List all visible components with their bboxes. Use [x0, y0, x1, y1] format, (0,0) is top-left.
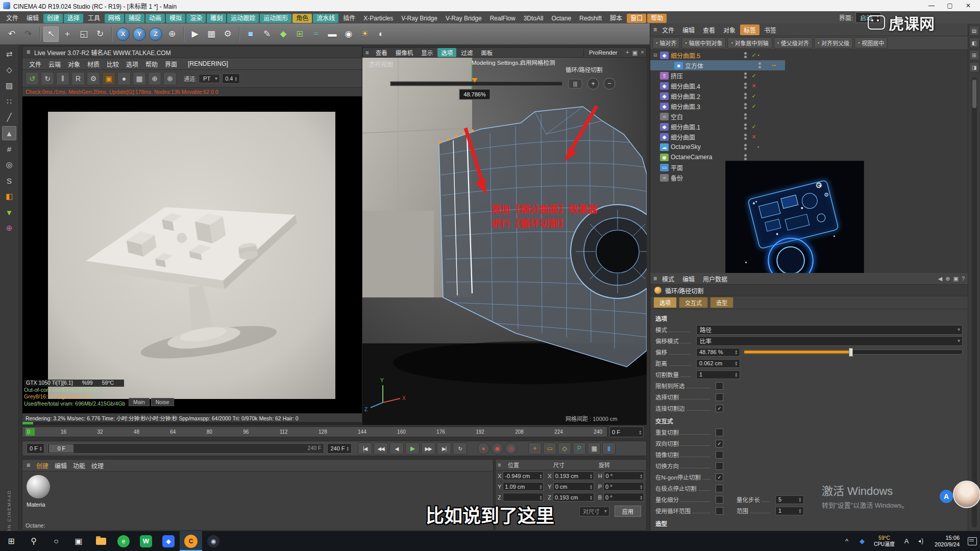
menu-item[interactable]: Octane: [548, 14, 575, 23]
render-region-icon[interactable]: ▦: [204, 27, 219, 42]
coordinate-input[interactable]: 0 cm▴▾: [553, 482, 594, 491]
pane-maximize-icon[interactable]: ▣: [632, 49, 638, 56]
record-button[interactable]: ●: [477, 442, 489, 455]
texture-mode-icon[interactable]: ▨: [2, 79, 16, 93]
material-thumbnail[interactable]: [27, 475, 50, 498]
live-viewer-titlebar[interactable]: ≡ Live Viewer 3.07-R2 辅名AE WWW.TALKAE.CO…: [22, 46, 362, 58]
undo-icon[interactable]: ↶: [4, 27, 19, 42]
render-pass-tab[interactable]: Main: [129, 398, 150, 406]
tree-row[interactable]: ⊟ ◆ 细分曲面.5 ✓ ▪: [650, 50, 771, 60]
menu-item[interactable]: 创建: [43, 14, 63, 23]
channel-dropdown[interactable]: PT: [199, 74, 220, 83]
coordinate-input[interactable]: 0.193 cm▴▾: [553, 471, 594, 480]
frame-range-slider[interactable]: 0 F 240 F: [47, 443, 324, 454]
menu-item[interactable]: 运动跟踪: [227, 14, 259, 23]
visibility-dots[interactable]: [743, 103, 748, 109]
enable-toggle[interactable]: ✓: [750, 72, 757, 79]
om-menu-item[interactable]: 标签: [740, 24, 760, 35]
frame-end-spinner[interactable]: 240 F▴▾: [327, 443, 352, 454]
menu-item[interactable]: 帮助: [647, 14, 667, 23]
camera-icon[interactable]: ◉: [341, 27, 356, 42]
taskbar-app[interactable]: ◉: [202, 531, 225, 551]
config-icon[interactable]: ◨: [969, 62, 979, 72]
viewport-menu-item[interactable]: 面板: [477, 48, 496, 57]
viewport-menu-item[interactable]: 显示: [418, 48, 436, 57]
om-menu-item[interactable]: 书签: [761, 24, 780, 35]
checkbox[interactable]: [716, 451, 723, 459]
lv-menu-item[interactable]: 材质: [84, 61, 103, 69]
frame-start-spinner[interactable]: 0 F▴▾: [27, 443, 44, 454]
object-name[interactable]: OctaneCamera: [671, 154, 743, 161]
timeline-panel-icon[interactable]: ▮: [602, 442, 616, 455]
viewport-menu-item[interactable]: 过滤: [457, 48, 476, 57]
paint-setup-icon[interactable]: ◧: [2, 189, 16, 204]
visibility-dots[interactable]: [743, 134, 748, 140]
reset-button[interactable]: R: [71, 72, 85, 85]
tree-row[interactable]: ⇧ 挤压 ✓: [650, 70, 771, 81]
search-icon[interactable]: ⚲: [22, 531, 45, 551]
enable-toggle[interactable]: ✕: [750, 83, 757, 89]
pause-icon[interactable]: ‖: [56, 72, 69, 85]
start-button[interactable]: ⊞: [0, 531, 22, 551]
key-parameter-icon[interactable]: P: [573, 442, 586, 455]
object-name[interactable]: 空白: [671, 112, 743, 121]
pick-material-icon[interactable]: ⊕: [163, 72, 177, 85]
checkbox[interactable]: [716, 393, 723, 401]
subdivision-generator-icon[interactable]: ◆: [276, 27, 291, 42]
spline-pen-icon[interactable]: ✎: [259, 27, 275, 42]
menu-item[interactable]: 流水线: [313, 14, 338, 23]
model-mode-icon[interactable]: ◇: [2, 63, 16, 77]
menu-item[interactable]: 模拟: [166, 14, 185, 23]
object-tags[interactable]: ▪▪: [772, 63, 785, 68]
object-name[interactable]: 细分曲面.5: [671, 51, 743, 60]
object-name[interactable]: OctaneSky: [671, 143, 743, 151]
display-mode-icon[interactable]: ◐: [374, 27, 389, 42]
light-icon[interactable]: ☀: [357, 27, 373, 42]
x-axis-button[interactable]: X: [116, 28, 130, 41]
pane-move-icon[interactable]: +: [626, 49, 629, 56]
hidden-icons-caret[interactable]: ^: [839, 531, 854, 551]
menu-item[interactable]: 网格: [105, 14, 124, 23]
enable-toggle[interactable]: ✓: [750, 93, 757, 99]
axis-tool-button[interactable]: ▪轴居中到对象: [681, 37, 726, 48]
points-mode-icon[interactable]: ∷: [2, 94, 16, 109]
floor-icon[interactable]: ▬: [325, 27, 340, 42]
lv-menu-item[interactable]: 比较: [104, 61, 122, 69]
tree-row[interactable]: ◆ 细分曲面 ✕: [650, 132, 771, 142]
dock-left-icon[interactable]: ◀: [938, 276, 942, 282]
scale-icon[interactable]: ◱: [76, 27, 91, 42]
axis-tool-button[interactable]: ▪对象居中到轴: [727, 37, 772, 48]
menu-item[interactable]: 捕捉: [125, 14, 144, 23]
om-menu-item[interactable]: 对象: [720, 24, 739, 35]
tree-row[interactable]: ◆ 细分曲面.4 ✕: [650, 81, 771, 91]
enable-toggle[interactable]: ✕: [750, 134, 757, 140]
loop-button[interactable]: ↻: [453, 442, 467, 455]
pick-focus-icon[interactable]: ⊕: [148, 72, 161, 85]
cut-count-input[interactable]: 1▴▾: [696, 370, 740, 379]
refresh-icon[interactable]: ↻: [41, 72, 54, 85]
goto-start-button[interactable]: |◀: [358, 442, 372, 455]
settings-gear-icon[interactable]: ⚙: [87, 72, 100, 85]
viewport-canvas[interactable]: 添加【细分曲面】效果器 进行【循环切割】 透视视图 Modeling Setti…: [362, 58, 647, 425]
polygons-mode-icon[interactable]: ▲: [2, 126, 16, 140]
menu-item[interactable]: 运动图形: [260, 14, 291, 23]
minimize-button[interactable]: —: [923, 1, 940, 11]
material-tab[interactable]: 纹理: [91, 461, 104, 470]
next-frame-button[interactable]: ▶▶: [421, 442, 435, 455]
viewport-filter-icon[interactable]: ◎: [2, 158, 16, 172]
render-pass-tab[interactable]: Noise: [151, 398, 174, 406]
simulate-icon[interactable]: ≈: [308, 27, 324, 42]
object-tags[interactable]: ▪: [757, 144, 771, 149]
om-menu-item[interactable]: 文件: [658, 24, 678, 35]
prev-frame-button[interactable]: ◀: [389, 442, 404, 455]
coordinate-system-icon[interactable]: ⊕: [164, 27, 180, 42]
menu-item[interactable]: RealFlow: [486, 14, 519, 23]
om-menu-item[interactable]: 查看: [699, 24, 719, 35]
layers-icon[interactable]: ▤: [969, 26, 979, 36]
attr-menu-item[interactable]: 编辑: [679, 273, 698, 284]
checkbox[interactable]: [716, 429, 723, 436]
redo-icon[interactable]: ↷: [20, 27, 36, 42]
material-tab[interactable]: 创建: [36, 461, 48, 470]
play-button[interactable]: ▶: [405, 442, 420, 455]
live-selection-icon[interactable]: ↖: [43, 27, 59, 42]
